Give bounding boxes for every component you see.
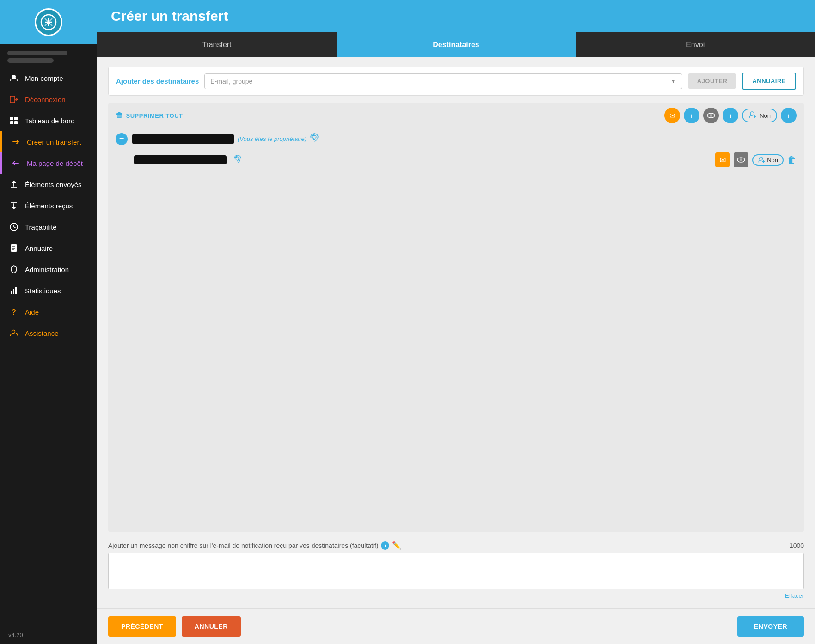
supprimer-tout-button[interactable]: 🗑 SUPPRIMER TOUT <box>116 111 183 120</box>
annuler-button[interactable]: ANNULER <box>182 616 241 637</box>
sidebar-item-label-administration: Administration <box>25 266 69 273</box>
version-label: v4.20 <box>8 632 23 638</box>
delete-icon[interactable]: 🗑 <box>787 155 797 165</box>
sidebar-item-label-elements-recus: Éléments reçus <box>25 202 73 210</box>
ajouter-button[interactable]: AJOUTER <box>688 73 737 89</box>
svg-point-21 <box>12 330 15 334</box>
tab-destinataires[interactable]: Destinataires <box>337 32 576 57</box>
svg-rect-19 <box>15 287 17 294</box>
sidebar-item-label-elements-envoyes: Éléments envoyés <box>25 181 82 188</box>
svg-text:?: ? <box>16 332 18 337</box>
sidebar-item-label-creer-transfert: Créer un transfert <box>27 138 81 146</box>
person-icon <box>8 73 19 84</box>
sidebar-item-aide[interactable]: ? Aide <box>0 301 97 322</box>
recipient-row: − (Vous êtes le propriétaire) <box>108 128 804 150</box>
add-recipients-bar: Ajouter des destinataires E-mail, groupe… <box>108 67 804 96</box>
tab-transfert[interactable]: Transfert <box>97 32 337 57</box>
main-panel: Ajouter des destinataires E-mail, groupe… <box>97 57 815 608</box>
sidebar-item-creer-transfert[interactable]: Créer un transfert <box>0 131 97 152</box>
recipient-detail-left <box>134 154 242 166</box>
person-question-icon: ? <box>8 328 19 339</box>
sidebar-search <box>0 44 97 67</box>
envoyer-button[interactable]: ENVOYER <box>737 616 804 637</box>
sidebar-item-elements-recus[interactable]: Éléments reçus <box>0 195 97 216</box>
effacer-link[interactable]: Effacer <box>108 592 804 599</box>
message-label: Ajouter un message non chiffré sur l'e-m… <box>108 541 401 550</box>
info-icon-button-3[interactable]: i <box>781 108 797 123</box>
sidebar-item-tableau-de-bord[interactable]: Tableau de bord <box>0 110 97 131</box>
bottom-bar: PRÉCÉDENT ANNULER ENVOYER <box>97 608 815 644</box>
search-bar-1 <box>7 51 67 55</box>
trash-icon: 🗑 <box>116 111 123 120</box>
vous-etes-label: (Vous êtes le propriétaire) <box>238 135 306 142</box>
message-label-text: Ajouter un message non chiffré sur l'e-m… <box>108 542 378 549</box>
svg-point-24 <box>710 114 712 117</box>
sidebar-item-elements-envoyes[interactable]: Éléments envoyés <box>0 174 97 195</box>
row-icons: ✉ Non 🗑 <box>715 152 797 167</box>
sidebar-item-assistance[interactable]: ? Assistance <box>0 322 97 344</box>
user-add-icon-row <box>758 156 765 164</box>
fingerprint-icon-2 <box>233 154 242 166</box>
row-mail-icon[interactable]: ✉ <box>715 152 730 167</box>
row-mask-icon[interactable] <box>734 152 748 167</box>
svg-rect-17 <box>11 291 12 294</box>
info-icon-msg: i <box>381 541 389 550</box>
recipients-toolbar: 🗑 SUPPRIMER TOUT ✉ i i Non <box>108 103 804 128</box>
message-textarea[interactable] <box>108 553 804 589</box>
user-add-icon <box>748 111 757 120</box>
tab-bar: Transfert Destinataires Envoi <box>97 32 815 57</box>
email-group-select[interactable]: E-mail, groupe ▼ <box>204 73 682 89</box>
app-logo <box>35 8 62 36</box>
mail-icon-button[interactable]: ✉ <box>664 108 680 123</box>
recipient-email-redacted <box>132 134 234 144</box>
recipient-email-2-redacted <box>134 155 227 164</box>
sidebar-item-annuaire[interactable]: Annuaire <box>0 237 97 259</box>
sidebar-item-ma-page-depot[interactable]: Ma page de dépôt <box>0 152 97 174</box>
info-icon-button-2[interactable]: i <box>723 108 738 123</box>
sidebar-item-label-assistance: Assistance <box>25 329 59 337</box>
add-recipients-label: Ajouter des destinataires <box>116 77 199 85</box>
sidebar-item-label-tracabilite: Traçabilité <box>25 223 57 231</box>
logout-icon <box>8 94 19 105</box>
tab-envoi[interactable]: Envoi <box>576 32 815 57</box>
sidebar-item-administration[interactable]: Administration <box>0 259 97 280</box>
page-header: Créer un transfert <box>97 0 815 32</box>
row-non-badge[interactable]: Non <box>752 154 784 166</box>
sidebar: Mon compte Déconnexion Tableau de bord C… <box>0 0 97 644</box>
clock-icon <box>8 221 19 232</box>
svg-text:?: ? <box>12 308 16 316</box>
sidebar-item-mon-compte[interactable]: Mon compte <box>0 67 97 89</box>
svg-rect-11 <box>14 121 18 124</box>
chevron-down-icon: ▼ <box>671 78 676 85</box>
sidebar-item-label-tableau-de-bord: Tableau de bord <box>25 117 75 125</box>
book-icon <box>8 243 19 254</box>
svg-rect-18 <box>13 289 14 294</box>
annuaire-button[interactable]: ANNUAIRE <box>742 73 796 90</box>
search-bar-2 <box>7 58 54 63</box>
svg-rect-8 <box>10 117 13 120</box>
sidebar-item-label-aide: Aide <box>25 308 39 316</box>
recipients-area: 🗑 SUPPRIMER TOUT ✉ i i Non <box>108 103 804 532</box>
svg-point-29 <box>740 158 742 161</box>
sidebar-item-label-annuaire: Annuaire <box>25 244 53 252</box>
precedent-button[interactable]: PRÉCÉDENT <box>108 616 176 637</box>
sidebar-item-deconnexion[interactable]: Déconnexion <box>0 89 97 110</box>
sidebar-item-tracabilite[interactable]: Traçabilité <box>0 216 97 237</box>
sidebar-header <box>0 0 97 44</box>
non-badge-toolbar[interactable]: Non <box>742 109 777 122</box>
question-icon: ? <box>8 306 19 317</box>
svg-point-30 <box>760 157 763 160</box>
toolbar-icons: ✉ i i Non i <box>664 108 797 123</box>
edit-icon-msg[interactable]: ✏️ <box>392 541 401 550</box>
mask-icon-button[interactable] <box>703 108 719 123</box>
sidebar-item-statistiques[interactable]: Statistiques <box>0 280 97 301</box>
sidebar-item-label-mon-compte: Mon compte <box>25 74 63 82</box>
svg-point-25 <box>750 112 754 115</box>
sidebar-footer: v4.20 <box>0 626 97 644</box>
message-section: Ajouter un message non chiffré sur l'e-m… <box>108 541 804 599</box>
upload-icon <box>8 179 19 190</box>
chart-icon <box>8 285 19 296</box>
minus-button[interactable]: − <box>116 133 128 145</box>
sidebar-item-label-ma-page-depot: Ma page de dépôt <box>27 159 83 167</box>
info-icon-button-1[interactable]: i <box>684 108 699 123</box>
